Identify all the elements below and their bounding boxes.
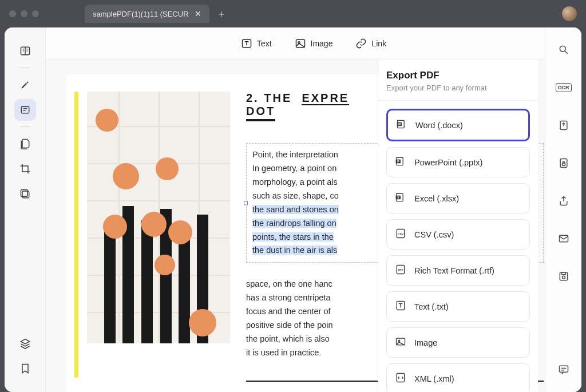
highlighted-text: the sand and stones on the raindrops fal… — [252, 205, 339, 255]
export-option-csv[interactable]: CSVCSV (.csv) — [386, 219, 530, 250]
batch-icon[interactable] — [14, 183, 36, 205]
save-icon[interactable] — [553, 266, 575, 287]
selection-handle[interactable] — [244, 201, 248, 205]
svg-rect-33 — [559, 366, 568, 372]
export-option-label: CSV (.csv) — [414, 230, 454, 239]
export-option-xml[interactable]: XML (.xml) — [386, 363, 530, 392]
reader-mode-icon[interactable] — [14, 40, 36, 62]
window-minimize[interactable] — [21, 10, 27, 17]
layers-icon[interactable] — [14, 332, 36, 354]
rtf-icon: RTF — [395, 264, 406, 277]
image-tool-button[interactable]: Image — [295, 38, 333, 49]
export-option-label: Image — [414, 338, 437, 347]
tab-document[interactable]: samplePDF(1)(1)11 (SECUR ✕ — [85, 5, 209, 23]
export-panel: Export PDF Export your PDF to any format… — [378, 60, 538, 392]
svg-point-26 — [560, 46, 565, 52]
crop-icon[interactable] — [14, 158, 36, 180]
right-rail: OCR — [545, 27, 581, 392]
tab-title: samplePDF(1)(1)11 (SECUR — [93, 10, 189, 18]
image-tool-label: Image — [311, 39, 333, 48]
svg-text:CSV: CSV — [398, 232, 404, 236]
export-subtitle: Export your PDF to any format — [386, 84, 530, 92]
link-tool-button[interactable]: Link — [355, 38, 386, 49]
export-option-label: XML (.xml) — [414, 374, 454, 383]
txt-icon — [395, 300, 406, 313]
export-title: Export PDF — [386, 70, 530, 81]
comment-icon[interactable] — [553, 359, 575, 381]
yellow-margin — [74, 92, 78, 378]
xml-icon — [395, 372, 406, 385]
export-option-excel[interactable]: XExcel (.xlsx) — [386, 183, 530, 213]
pages-icon[interactable] — [14, 133, 36, 155]
svg-point-22 — [398, 340, 400, 342]
export-option-powerpoint[interactable]: PPowerPoint (.pptx) — [386, 147, 530, 177]
svg-rect-1 — [21, 106, 29, 113]
document-image — [87, 92, 230, 343]
powerpoint-icon: P — [395, 156, 406, 169]
highlighter-icon[interactable] — [14, 74, 36, 96]
close-icon[interactable]: ✕ — [195, 9, 201, 18]
text-tool-label: Text — [257, 39, 272, 48]
svg-text:RTF: RTF — [398, 268, 403, 272]
export-option-word[interactable]: WWord (.docx) — [386, 109, 530, 141]
csv-icon: CSV — [395, 228, 406, 241]
text-edit-icon[interactable] — [14, 99, 36, 121]
export-option-label: Excel (.xlsx) — [414, 194, 459, 203]
window-close[interactable] — [9, 10, 16, 17]
link-tool-label: Link — [371, 39, 386, 48]
svg-text:W: W — [398, 122, 401, 126]
export-option-image[interactable]: Image — [386, 327, 530, 358]
share-icon[interactable] — [553, 190, 575, 212]
lock-icon[interactable] — [553, 152, 575, 174]
svg-rect-29 — [562, 163, 565, 165]
mail-icon[interactable] — [553, 228, 575, 250]
left-rail — [5, 27, 46, 392]
convert-icon[interactable] — [553, 114, 575, 136]
toolbar: Text Image Link — [46, 27, 581, 60]
title-bar: samplePDF(1)(1)11 (SECUR ✕ ＋ — [0, 0, 586, 27]
search-icon[interactable] — [553, 39, 575, 61]
new-tab-button[interactable]: ＋ — [216, 7, 227, 21]
text-tool-button[interactable]: Text — [241, 38, 272, 49]
export-option-label: PowerPoint (.pptx) — [414, 158, 482, 167]
export-option-label: Word (.docx) — [415, 121, 463, 130]
ocr-icon[interactable]: OCR — [553, 77, 575, 98]
bookmark-icon[interactable] — [14, 358, 36, 379]
word-icon: W — [396, 118, 407, 132]
image-icon — [395, 336, 406, 349]
export-option-txt[interactable]: Text (.txt) — [386, 291, 530, 322]
export-option-label: Text (.txt) — [414, 302, 449, 311]
export-option-rtf[interactable]: RTFRich Text Format (.rtf) — [386, 255, 530, 286]
window-maximize[interactable] — [32, 10, 39, 17]
avatar[interactable] — [562, 6, 577, 21]
svg-point-32 — [562, 276, 565, 279]
paragraph-text: Point, the interpretation In geometry, a… — [252, 150, 339, 200]
export-option-label: Rich Text Format (.rtf) — [414, 266, 494, 275]
excel-icon: X — [395, 192, 406, 205]
